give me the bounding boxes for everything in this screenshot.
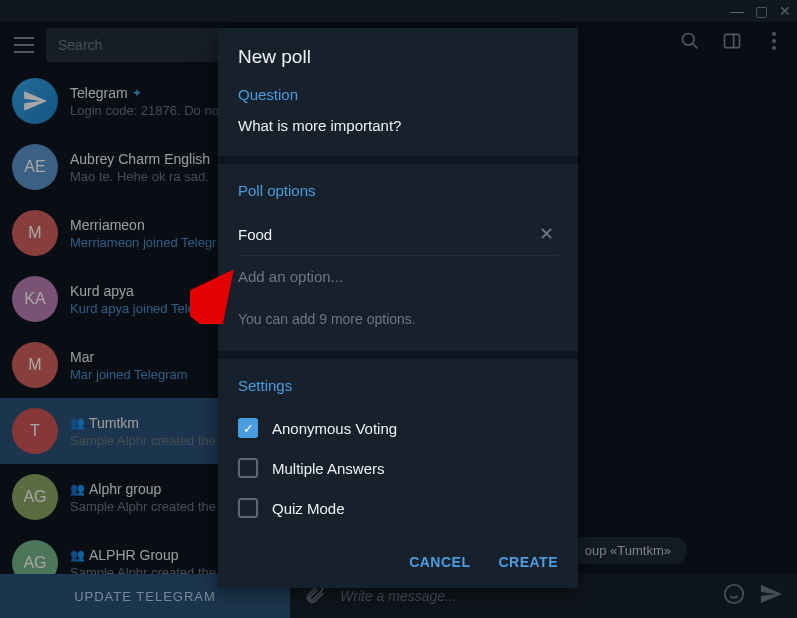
checkbox-icon[interactable] <box>238 458 258 478</box>
setting-label: Multiple Answers <box>272 460 385 477</box>
quiz-mode-row[interactable]: Quiz Mode <box>238 488 558 528</box>
checkbox-icon[interactable] <box>238 498 258 518</box>
remove-option-icon[interactable]: ✕ <box>535 223 558 245</box>
cancel-button[interactable]: CANCEL <box>409 554 470 570</box>
settings-section-label: Settings <box>238 377 558 394</box>
anonymous-voting-row[interactable]: ✓ Anonymous Voting <box>238 408 558 448</box>
options-hint: You can add 9 more options. <box>238 297 558 343</box>
poll-option-row: ✕ <box>238 213 558 256</box>
poll-question-input[interactable]: What is more important? <box>238 117 558 148</box>
multiple-answers-row[interactable]: Multiple Answers <box>238 448 558 488</box>
poll-option-input[interactable] <box>238 226 535 243</box>
checkbox-checked-icon[interactable]: ✓ <box>238 418 258 438</box>
question-section-label: Question <box>238 86 558 103</box>
dialog-title: New poll <box>238 46 558 68</box>
dialog-actions: CANCEL CREATE <box>218 536 578 588</box>
setting-label: Quiz Mode <box>272 500 345 517</box>
dialog-separator <box>218 351 578 359</box>
create-button[interactable]: CREATE <box>498 554 558 570</box>
options-section-label: Poll options <box>238 182 558 199</box>
setting-label: Anonymous Voting <box>272 420 397 437</box>
new-poll-dialog: New poll Question What is more important… <box>218 28 578 588</box>
dialog-separator <box>218 156 578 164</box>
add-option-input[interactable]: Add an option... <box>238 256 558 297</box>
